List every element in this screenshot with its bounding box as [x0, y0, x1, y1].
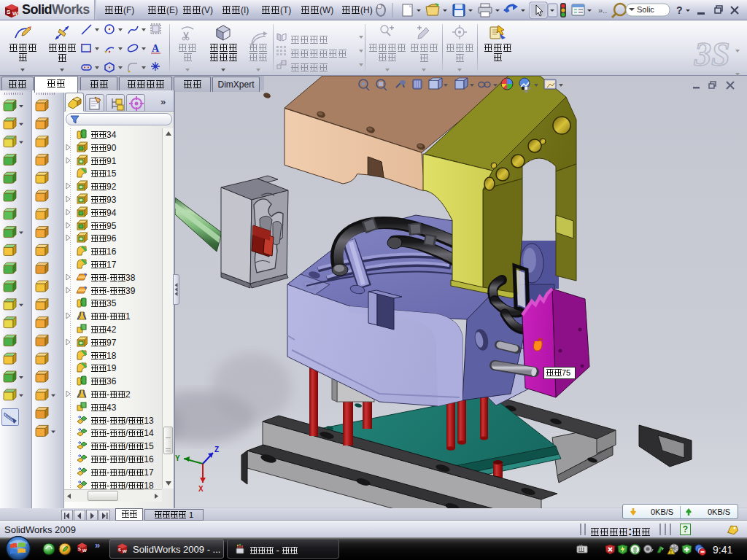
svg-text:Y: Y	[175, 454, 180, 462]
svg-text:S: S	[118, 548, 121, 552]
svg-text:X: X	[198, 485, 204, 493]
svg-text:S: S	[78, 547, 81, 551]
svg-text:!: !	[670, 549, 672, 554]
svg-text:»..: »..	[598, 6, 607, 15]
svg-text:3S: 3S	[694, 36, 730, 71]
svg-text:W: W	[12, 10, 18, 17]
svg-text:?: ?	[676, 4, 683, 16]
svg-text:CH: CH	[579, 545, 582, 547]
svg-text:S: S	[7, 9, 11, 15]
svg-text:Solic: Solic	[637, 5, 654, 14]
svg-text:A: A	[152, 43, 160, 54]
svg-text:Z: Z	[214, 446, 219, 454]
svg-text:W: W	[123, 549, 127, 553]
svg-text:W: W	[82, 548, 87, 553]
